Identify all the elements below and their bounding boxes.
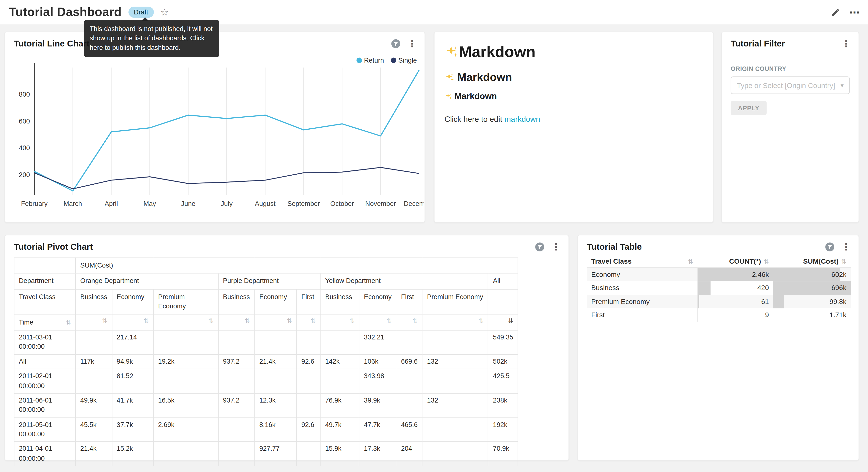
line-chart: FebruaryMarchAprilMayJuneJulyAugustSepte… <box>5 57 424 219</box>
x-axis-label: September <box>287 200 320 207</box>
sort-icon[interactable]: ⇅ <box>144 318 149 324</box>
select-placeholder: Type or Select [Origin Country] <box>737 81 835 89</box>
more-menu-icon[interactable]: ⋯ <box>849 6 860 19</box>
pivot-cell: 142k <box>320 354 359 369</box>
pivot-cell <box>154 369 218 393</box>
pivot-corner-cell <box>14 258 75 273</box>
chart-kebab-menu-icon[interactable]: ⋮ <box>551 242 561 252</box>
pivot-cell: 92.6 <box>297 354 320 369</box>
filter-scope-icon[interactable] <box>825 242 835 252</box>
pivot-cell: 937.2 <box>218 354 254 369</box>
filter-kebab-menu-icon[interactable]: ⋮ <box>841 39 850 49</box>
column-header-count[interactable]: COUNT(*)⇅ <box>698 255 773 268</box>
sort-icon[interactable]: ⇅ <box>688 258 693 264</box>
sort-icon[interactable]: ⇅ <box>841 258 846 264</box>
pivot-cell: 238k <box>488 393 518 417</box>
pivot-department-row: DepartmentOrange DepartmentPurple Depart… <box>14 273 518 289</box>
sort-icon[interactable]: ⇅ <box>386 318 392 324</box>
column-header-sum-cost[interactable]: SUM(Cost)⇅ <box>773 255 851 268</box>
filter-scope-icon[interactable] <box>391 39 401 49</box>
sort-icon[interactable]: ⇅ <box>478 318 484 324</box>
pivot-cell: 21.4k <box>75 442 112 466</box>
pivot-cell: 45.5k <box>75 417 112 442</box>
markdown-h2-text: Markdown <box>457 71 512 84</box>
sort-icon[interactable]: ⇅ <box>349 318 354 324</box>
origin-country-select[interactable]: Type or Select [Origin Country] ▾ <box>731 76 850 94</box>
sort-icon[interactable]: ⇅ <box>102 318 107 324</box>
pivot-cell: 8.16k <box>254 417 297 442</box>
pivot-cell: 81.52 <box>112 369 154 393</box>
pivot-cell: 502k <box>488 354 518 369</box>
sort-icon[interactable]: ⇅ <box>245 318 250 324</box>
pivot-sort-cell: ⇅ <box>320 315 359 330</box>
data-table: Travel Class⇅COUNT(*)⇅SUM(Cost)⇅Economy2… <box>587 255 851 322</box>
pivot-cell: 192k <box>488 417 518 442</box>
pivot-subcol-header: Premium Economy <box>422 289 488 315</box>
chart-kebab-menu-icon[interactable]: ⋮ <box>841 242 850 252</box>
pivot-cell <box>75 369 112 393</box>
pivot-cell <box>297 330 320 354</box>
pivot-cell <box>254 369 297 393</box>
pivot-table-wrap: SUM(Cost)DepartmentOrange DepartmentPurp… <box>5 252 568 466</box>
y-axis-label: 400 <box>19 144 30 152</box>
table-header-row: Travel Class⇅COUNT(*)⇅SUM(Cost)⇅ <box>587 255 851 268</box>
travel-class-cell: Business <box>587 282 698 295</box>
chevron-down-icon: ▾ <box>841 82 844 89</box>
pivot-cell: 343.98 <box>359 369 396 393</box>
pivot-sort-row: Time⇅⇅⇅⇅⇅⇅⇅⇅⇅⇅⇅⇊ <box>14 315 518 330</box>
column-label: COUNT(*) <box>729 258 761 265</box>
pivot-sort-cell: ⇅ <box>75 315 112 330</box>
pivot-cell <box>218 417 254 442</box>
column-header-travel-class[interactable]: Travel Class⇅ <box>587 255 698 268</box>
x-axis-label: August <box>255 200 276 207</box>
sort-icon[interactable]: ⇅ <box>311 318 316 324</box>
sort-desc-icon[interactable]: ⇊ <box>508 318 513 324</box>
pivot-row: 2011-04-01 00:00:0021.4k15.2k927.7715.9k… <box>14 442 518 466</box>
pivot-cell <box>297 369 320 393</box>
pivot-cell <box>218 330 254 354</box>
sort-icon[interactable]: ⇅ <box>66 319 71 325</box>
pivot-cell: 37.7k <box>112 417 154 442</box>
pivot-cell <box>422 417 488 442</box>
y-axis-label: 200 <box>19 171 30 179</box>
pivot-subcol-header: Economy <box>359 289 396 315</box>
markdown-footer-text: Click here to edit <box>444 115 504 123</box>
filter-scope-icon[interactable] <box>535 242 545 252</box>
sort-icon[interactable]: ⇅ <box>764 258 769 264</box>
pivot-cell: 49.9k <box>75 393 112 417</box>
pivot-row-label: 2011-06-01 00:00:00 <box>14 393 75 417</box>
pivot-cell: 549.35 <box>488 330 518 354</box>
pivot-group-header: Purple Department <box>218 273 320 289</box>
pivot-cell: 12.3k <box>254 393 297 417</box>
sort-icon[interactable]: ⇅ <box>208 318 213 324</box>
sort-icon[interactable]: ⇅ <box>287 318 292 324</box>
markdown-footer: Click here to edit markdown <box>444 115 703 123</box>
pivot-subcol-header: Economy <box>112 289 154 315</box>
pivot-group-header: Orange Department <box>75 273 218 289</box>
favorite-star-icon[interactable]: ☆ <box>160 6 169 18</box>
pivot-time-label: Time <box>19 318 33 327</box>
status-badge[interactable]: Draft <box>128 7 154 18</box>
pivot-cell: 204 <box>396 442 422 466</box>
unpublished-tooltip[interactable]: This dashboard is not published, it will… <box>84 20 219 57</box>
pivot-cell: 217.14 <box>112 330 154 354</box>
sum-cell: 602k <box>773 268 851 282</box>
chart-kebab-menu-icon[interactable]: ⋮ <box>407 39 416 49</box>
sum-cell: 99.8k <box>773 295 851 308</box>
sum-cell: 696k <box>773 282 851 295</box>
pivot-cell: 937.2 <box>218 393 254 417</box>
table-card: Tutorial Table ⋮ Travel Class⇅COUNT(*)⇅S… <box>577 235 859 461</box>
sort-icon[interactable]: ⇅ <box>412 318 417 324</box>
pivot-cell: 39.9k <box>359 393 396 417</box>
travel-class-cell: Premium Economy <box>587 295 698 308</box>
pivot-cell: 47.7k <box>359 417 396 442</box>
pivot-sort-cell: ⇅ <box>254 315 297 330</box>
edit-pencil-icon[interactable] <box>831 7 840 17</box>
filter-body: ORIGIN COUNTRY Type or Select [Origin Co… <box>722 49 859 115</box>
pivot-cell <box>320 330 359 354</box>
pivot-sort-cell: ⇅ <box>112 315 154 330</box>
x-axis-label: June <box>181 200 195 207</box>
apply-button[interactable]: APPLY <box>731 101 767 115</box>
edit-markdown-link[interactable]: markdown <box>504 115 540 123</box>
x-axis-label: October <box>330 200 354 207</box>
